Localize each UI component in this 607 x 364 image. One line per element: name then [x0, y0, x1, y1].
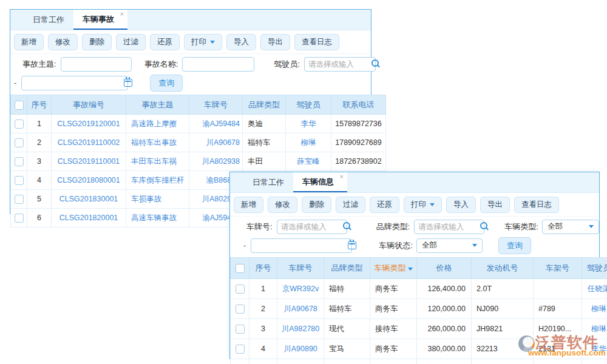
plate-label: 车牌号: — [246, 221, 273, 232]
cell-link[interactable]: 柳琳 — [582, 299, 607, 319]
export-button[interactable]: 导出 — [260, 34, 290, 50]
button-label: 删除 — [309, 200, 324, 210]
cell-link[interactable]: 车库倒车撞栏杆 — [126, 171, 189, 190]
column-header: 品牌类型 — [243, 95, 286, 115]
cell-link[interactable]: 川A90678 — [277, 299, 324, 319]
import-button[interactable]: 导入 — [226, 34, 256, 50]
cell: 32213 — [472, 339, 534, 359]
row-checkbox[interactable] — [236, 325, 245, 334]
button-label: 修改 — [55, 37, 70, 47]
select-all-checkbox[interactable] — [236, 264, 245, 273]
restore-button[interactable]: 还原 — [150, 34, 180, 50]
search-icon[interactable] — [371, 59, 379, 67]
cell-link[interactable]: 川A90678 — [189, 133, 243, 152]
cell-link[interactable]: 高速车辆事故 — [126, 209, 189, 228]
row-checkbox-cell — [231, 279, 249, 299]
row-checkbox[interactable] — [15, 176, 24, 185]
export-button[interactable]: 导出 — [480, 197, 510, 213]
delete-button[interactable]: 删除 — [302, 197, 331, 213]
cell-link[interactable]: CLSG2018080001 — [52, 171, 126, 190]
row-checkbox[interactable] — [236, 345, 245, 354]
add-button[interactable]: 新增 — [234, 197, 263, 213]
cell-link[interactable]: CLSG201830001 — [52, 190, 126, 209]
view-log-button[interactable]: 查看日志 — [294, 34, 339, 50]
column-header: 事故主题 — [126, 95, 189, 115]
cell-link[interactable]: CLSG2019120001 — [52, 115, 126, 133]
cell-link[interactable]: 李华 — [582, 339, 607, 359]
filter-button[interactable]: 过滤 — [336, 197, 365, 213]
cell-link[interactable]: 柳琳 — [582, 319, 607, 339]
select-all-cell[interactable] — [231, 258, 249, 279]
row-checkbox[interactable] — [15, 138, 24, 147]
cell-link[interactable]: 任晓渠 — [582, 279, 607, 299]
column-header: 品牌类型 — [324, 258, 370, 279]
print-button[interactable]: 打印 — [184, 34, 222, 50]
accident-name-input[interactable] — [182, 57, 254, 72]
cell-link[interactable]: CLSG2019110001 — [52, 152, 126, 171]
cell-link[interactable]: 高速路上摩擦 — [126, 115, 189, 133]
cell: 丰田 — [243, 152, 286, 171]
cell-link[interactable]: 柳琳 — [286, 133, 331, 152]
calendar-icon[interactable] — [124, 79, 132, 87]
query-button[interactable]: 查询 — [498, 237, 531, 254]
view-log-button[interactable]: 查看日志 — [514, 197, 559, 213]
add-button[interactable]: 新增 — [14, 34, 44, 50]
cell-link[interactable]: CLSG201820001 — [52, 209, 126, 228]
close-icon[interactable]: × — [340, 174, 344, 180]
column-header[interactable]: 车辆类型 — [370, 258, 417, 279]
row-checkbox[interactable] — [15, 195, 24, 204]
calendar-icon[interactable] — [348, 241, 356, 249]
tab-daily-work[interactable]: 日常工作 — [243, 172, 293, 192]
row-checkbox-cell — [231, 339, 249, 359]
row-checkbox[interactable] — [15, 214, 24, 223]
tab-vehicle-accident[interactable]: 车辆事故 × — [73, 10, 127, 30]
row-checkbox[interactable] — [15, 157, 24, 166]
select-all-checkbox[interactable] — [15, 101, 24, 110]
row-checkbox[interactable] — [236, 305, 245, 314]
vehicle-status-select[interactable]: 全部 — [416, 238, 483, 253]
filter-button[interactable]: 过滤 — [116, 34, 146, 50]
close-icon[interactable]: × — [120, 11, 124, 18]
cell-link[interactable]: 京WR392v — [277, 279, 324, 299]
cell-link[interactable]: 薛宝峰 — [286, 152, 331, 171]
print-button[interactable]: 打印 — [404, 197, 442, 213]
import-button[interactable]: 导入 — [446, 197, 476, 213]
accident-subject-input[interactable] — [61, 57, 132, 72]
tab-daily-work[interactable]: 日常工作 — [24, 10, 73, 30]
vehicle-type-select[interactable]: 全部 — [542, 220, 599, 234]
date-input[interactable] — [251, 238, 352, 253]
cell-link[interactable]: 福特车出事故 — [126, 133, 189, 152]
button-label: 导出 — [268, 37, 283, 47]
brand-type-input[interactable] — [414, 220, 484, 234]
restore-button[interactable]: 还原 — [370, 197, 399, 213]
date-input[interactable] — [21, 76, 128, 90]
tab-vehicle-info[interactable]: 车辆信息 × — [293, 172, 347, 192]
search-icon[interactable] — [343, 222, 350, 229]
column-header: 序号 — [249, 258, 277, 279]
cell: JH9821 — [472, 319, 534, 339]
cell-link[interactable]: CLSG2019110002 — [52, 133, 126, 152]
select-all-cell[interactable] — [11, 95, 27, 115]
row-checkbox[interactable] — [236, 285, 245, 294]
plate-input[interactable] — [277, 220, 347, 234]
cell-link[interactable]: 川A98271 — [277, 359, 324, 364]
cell-link[interactable]: 川A982780 — [277, 319, 324, 339]
cell: 商务车 — [370, 279, 417, 299]
cell-link[interactable]: 车损事故 — [126, 190, 189, 209]
cell: 2.0T — [472, 279, 534, 299]
cell-link[interactable]: 川A802938 — [189, 152, 243, 171]
filter-row-1: 事故主题: 事故名称: 驾驶员: — [22, 55, 371, 73]
cell-link[interactable]: 丰田车出车祸 — [126, 152, 189, 171]
search-icon[interactable] — [480, 222, 487, 229]
query-button[interactable]: 查询 — [150, 75, 183, 92]
cell-link[interactable]: 川A90890 — [277, 339, 324, 359]
driver-input[interactable] — [304, 57, 376, 72]
cell-link[interactable]: 渝AJ59484 — [189, 115, 243, 133]
row-checkbox[interactable] — [15, 120, 24, 129]
sort-caret-icon — [408, 268, 413, 271]
edit-button[interactable]: 修改 — [268, 197, 297, 213]
cell-link[interactable]: 李华 — [286, 115, 331, 133]
edit-button[interactable]: 修改 — [48, 34, 78, 50]
cell-link[interactable]: 李华 — [582, 359, 607, 364]
delete-button[interactable]: 删除 — [82, 34, 112, 50]
